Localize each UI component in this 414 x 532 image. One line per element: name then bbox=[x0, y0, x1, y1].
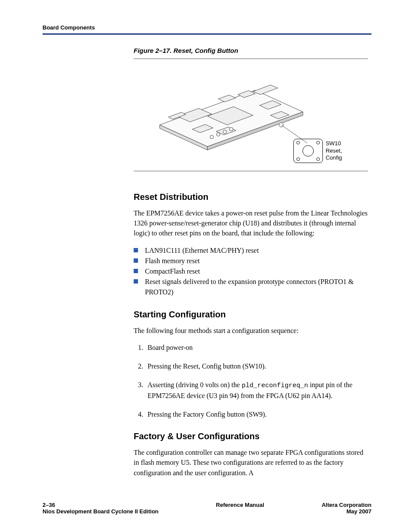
header-rule bbox=[43, 33, 371, 35]
figure-caption: Figure 2–17. Reset, Config Button bbox=[134, 47, 368, 54]
footer-doc-title: Nios Development Board Cyclone II Editio… bbox=[43, 508, 158, 515]
callout-name-line2: Config bbox=[325, 154, 342, 162]
list-item: Asserting (driving 0 volts on) the pld_r… bbox=[145, 380, 368, 401]
svg-point-13 bbox=[210, 135, 214, 139]
para-factory-user: The configuration controller can manage … bbox=[134, 447, 368, 478]
heading-factory-user-configurations: Factory & User Configurations bbox=[134, 431, 368, 441]
svg-marker-5 bbox=[253, 85, 278, 95]
figure-callout: SW10 Reset, Config bbox=[293, 139, 342, 163]
list-item: CompactFlash reset bbox=[145, 266, 368, 277]
svg-point-16 bbox=[230, 127, 233, 131]
list-item: Pressing the Factory Config button (SW9)… bbox=[145, 409, 368, 419]
list-starting-configuration: Board power-on Pressing the Reset, Confi… bbox=[134, 343, 368, 420]
heading-reset-distribution: Reset Distribution bbox=[134, 192, 368, 202]
heading-starting-configuration: Starting Configuration bbox=[134, 310, 368, 320]
list-item: Pressing the Reset, Config button (SW10)… bbox=[145, 361, 368, 371]
page-footer: 2–36 Nios Development Board Cyclone II E… bbox=[43, 502, 371, 515]
list-reset-distribution: LAN91C111 (Ethernet MAC/PHY) reset Flash… bbox=[134, 245, 368, 297]
svg-point-14 bbox=[217, 133, 220, 136]
list-item: Board power-on bbox=[145, 343, 368, 352]
footer-center: Reference Manual bbox=[216, 502, 264, 515]
list-item: Reset signals delivered to the expansion… bbox=[145, 277, 368, 297]
callout-button-sw10 bbox=[293, 139, 323, 163]
board-illustration bbox=[151, 64, 307, 151]
callout-designator: SW10 bbox=[325, 140, 342, 147]
footer-page-number: 2–36 bbox=[43, 502, 158, 508]
para-starting-configuration: The following four methods start a confi… bbox=[134, 326, 368, 336]
footer-date: May 2007 bbox=[322, 508, 371, 515]
para-reset-distribution: The EPM7256AE device takes a power-on re… bbox=[134, 208, 368, 238]
callout-labels: SW10 Reset, Config bbox=[325, 140, 342, 162]
footer-company: Altera Corporation bbox=[322, 502, 371, 508]
code-pld-reconfigreq-n: pld_reconfigreq_n bbox=[242, 382, 308, 389]
figure-reset-config: SW10 Reset, Config bbox=[134, 59, 368, 171]
list-item: LAN91C111 (Ethernet MAC/PHY) reset bbox=[145, 245, 368, 256]
text: Asserting (driving 0 volts on) the bbox=[148, 381, 242, 388]
page-header: Board Components bbox=[43, 24, 371, 31]
list-item: Flash memory reset bbox=[145, 256, 368, 266]
main-content: Figure 2–17. Reset, Config Button bbox=[134, 47, 368, 478]
svg-point-15 bbox=[223, 130, 227, 134]
callout-name-line1: Reset, bbox=[325, 147, 342, 155]
